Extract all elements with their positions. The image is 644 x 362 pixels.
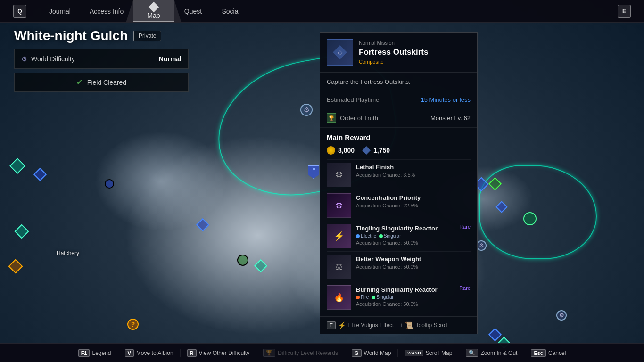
fire-dot <box>356 296 360 299</box>
mission-panel: ◇ Normal Mission Fortress Outskirts Comp… <box>320 32 478 334</box>
bottom-move[interactable]: V Move to Albion <box>118 349 181 357</box>
v-key: V <box>125 349 134 357</box>
scroll-map-label: Scroll Map <box>426 350 453 356</box>
other-difficulty-label: View Other Difficulty <box>199 350 250 356</box>
nav-quest-label: Quest <box>184 8 202 15</box>
nav-social-label: Social <box>222 8 239 15</box>
reward-thumb-3: ⚖ <box>327 255 351 279</box>
field-cleared-row: ✔ Field Cleared <box>14 73 189 92</box>
reward-thumb-0: ⚙ <box>327 163 351 187</box>
nav-q-key[interactable]: Q <box>0 0 40 22</box>
map-marker-flag[interactable]: ⚑ <box>308 165 319 179</box>
reward-item-2: ⚡ Tingling Singularity Reactor Electric … <box>327 221 471 251</box>
reward-info-0: Lethal Finish Acquisition Chance: 3.5% <box>356 163 471 178</box>
bottom-world-map[interactable]: G World Map <box>345 349 398 357</box>
left-panel: White-night Gulch Private ⚙ World Diffic… <box>14 28 189 92</box>
gold-amount: 8,000 <box>338 147 355 154</box>
move-label: Move to Albion <box>136 350 173 356</box>
g-key: G <box>352 349 362 357</box>
mission-header: ◇ Normal Mission Fortress Outskirts Comp… <box>320 33 477 73</box>
reward-name-1: Concentration Priority <box>356 194 471 201</box>
legend-label: Legend <box>92 350 111 356</box>
mission-name: Fortress Outskirts <box>359 48 471 57</box>
map-marker-5[interactable] <box>198 220 207 230</box>
electric-dot <box>356 234 360 238</box>
tag-fire: Fire <box>356 295 369 300</box>
map-marker-3[interactable] <box>17 226 27 237</box>
nav-journal[interactable]: Journal <box>40 0 80 22</box>
bottom-other-difficulty[interactable]: R View Other Difficulty <box>181 349 257 357</box>
playtime-label: Estimated Playtime <box>327 96 379 103</box>
reward-chance-4: Acquisition Chance: 50.0% <box>356 301 471 307</box>
nav-access-info-label: Access Info <box>90 8 124 15</box>
map-marker-right-3[interactable]: ⚙ <box>476 240 487 251</box>
nav-e-key[interactable]: E <box>604 0 644 22</box>
tag-singular-2: Singular <box>372 295 394 300</box>
singular-dot-2 <box>372 296 375 299</box>
reward-thumb-2: ⚡ <box>327 224 351 248</box>
reward-chance-2: Acquisition Chance: 50.0% <box>356 240 471 246</box>
map-marker-gear[interactable]: ⚙ <box>300 104 313 116</box>
reward-tags-4: Fire Singular <box>356 295 471 300</box>
currency-row: 8,000 1,750 <box>327 146 471 155</box>
map-marker-2[interactable] <box>35 170 45 179</box>
world-difficulty-icon: ⚙ <box>21 55 27 63</box>
faction-icon: 🏆 <box>327 113 336 123</box>
reward-chance-3: Acquisition Chance: 50.0% <box>356 264 471 270</box>
map-marker-1[interactable] <box>12 160 23 172</box>
plus-label: + <box>399 322 403 329</box>
faction-row: 🏆 Order of Truth Monster Lv. 62 <box>320 108 477 128</box>
map-marker-right-5[interactable] <box>490 179 500 189</box>
faction-name: Order of Truth <box>340 115 378 122</box>
map-marker-right-2[interactable] <box>523 212 537 225</box>
reward-info-3: Better Weapon Weight Acquisition Chance:… <box>356 255 471 270</box>
mission-info: Normal Mission Fortress Outskirts Compos… <box>359 40 471 65</box>
reward-item-1: ⚙ Concentration Priority Acquisition Cha… <box>327 190 471 221</box>
tooltip-footer-item: + 📜 Tooltip Scroll <box>399 321 447 329</box>
map-marker-right-1[interactable] <box>476 179 487 189</box>
reward-item-0: ⚙ Lethal Finish Acquisition Chance: 3.5% <box>327 159 471 190</box>
reward-info-2: Tingling Singularity Reactor Electric Si… <box>356 224 471 246</box>
q-key-badge: Q <box>13 5 26 18</box>
elite-footer-item: T ⚡ Elite Vulgus Effect <box>327 321 394 329</box>
mission-footer: T ⚡ Elite Vulgus Effect + 📜 Tooltip Scro… <box>320 316 477 334</box>
rare-badge-2: Rare <box>459 224 471 230</box>
map-marker-right-4[interactable]: ⚙ <box>556 310 567 321</box>
location-name: White-night Gulch <box>14 28 128 43</box>
reward-name-3: Better Weapon Weight <box>356 255 471 263</box>
reward-name-0: Lethal Finish <box>356 164 471 171</box>
diff-rewards-key: 🏆 <box>263 349 275 357</box>
nav-bar: Q Journal Access Info Map Quest Social E <box>0 0 644 23</box>
map-marker-right-6[interactable] <box>497 203 506 211</box>
bottom-cancel[interactable]: Esc Cancel <box>524 349 572 357</box>
map-marker-4[interactable] <box>10 261 21 272</box>
gold-icon <box>327 146 335 155</box>
private-badge[interactable]: Private <box>133 31 161 41</box>
zoom-icon-key: 🔍 <box>466 349 478 357</box>
nav-map[interactable]: Map <box>133 0 174 22</box>
cancel-label: Cancel <box>548 350 566 356</box>
elite-icon: ⚡ <box>338 321 346 329</box>
r-key: R <box>187 349 197 357</box>
bottom-scroll-map[interactable]: W A S D Scroll Map <box>398 350 459 356</box>
difficulty-divider <box>153 54 153 64</box>
map-marker-6[interactable] <box>105 179 114 189</box>
nav-access-info[interactable]: Access Info <box>80 0 133 22</box>
nav-social[interactable]: Social <box>212 0 250 22</box>
bottom-zoom[interactable]: 🔍 Zoom In & Out <box>459 349 524 357</box>
map-marker-right-7[interactable] <box>490 330 500 339</box>
bottom-legend[interactable]: F1 Legend <box>72 349 118 357</box>
nav-journal-label: Journal <box>49 8 71 15</box>
gold-currency: 8,000 <box>327 146 355 155</box>
exp-amount: 1,750 <box>373 147 390 154</box>
nav-quest[interactable]: Quest <box>174 0 212 22</box>
reward-name-2: Tingling Singularity Reactor <box>356 225 471 232</box>
e-key-badge: E <box>618 5 631 18</box>
mission-icon-box: ◇ <box>327 39 353 66</box>
map-marker-7[interactable] <box>237 255 248 266</box>
reward-item-4: 🔥 Burning Singularity Reactor Fire Singu… <box>327 282 471 313</box>
map-marker-8[interactable] <box>256 261 265 271</box>
map-marker-question[interactable]: ? <box>127 319 139 330</box>
reward-info-1: Concentration Priority Acquisition Chanc… <box>356 193 471 208</box>
zoom-label: Zoom In & Out <box>480 350 517 356</box>
